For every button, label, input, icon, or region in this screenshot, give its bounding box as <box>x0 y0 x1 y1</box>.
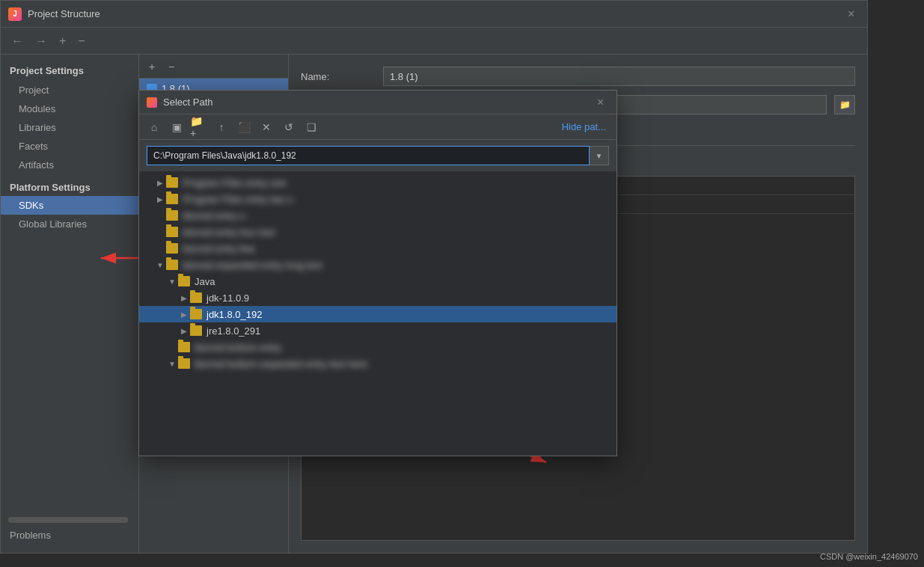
sidebar-item-problems[interactable]: Problems <box>1 524 138 547</box>
tree-item-blurred-5[interactable]: blurred entry five <box>139 240 616 257</box>
tree-item-java[interactable]: ▼ Java <box>139 273 616 289</box>
sidebar-item-project[interactable]: Project <box>1 81 138 99</box>
tree-item-label: blurred bottom entry <box>195 342 281 353</box>
dialog-new-folder-btn[interactable]: 📁+ <box>190 118 208 136</box>
sdk-add-btn[interactable]: + <box>144 58 160 75</box>
tree-item-blurred-4[interactable]: blurred entry four text <box>139 224 616 240</box>
dialog-toolbar: ⌂ ▣ 📁+ ↑ ⬛ ✕ ↺ ❏ Hide pat... <box>139 114 616 140</box>
tree-item-label: Program Files entry one <box>183 177 287 189</box>
tree-folder-icon <box>166 194 178 204</box>
dialog-up-btn[interactable]: ↑ <box>212 118 230 136</box>
tree-chevron <box>154 226 166 238</box>
sidebar-item-global-libraries[interactable]: Global Libraries <box>1 215 138 233</box>
name-input[interactable] <box>383 67 855 86</box>
scrollbar[interactable] <box>8 517 128 523</box>
dialog-close-btn[interactable]: × <box>597 96 609 108</box>
dialog-refresh-btn2[interactable]: ⬛ <box>235 118 253 136</box>
tree-item-label: jdk-11.0.9 <box>206 292 249 304</box>
sidebar: Project Settings Project Modules Librari… <box>1 55 139 553</box>
path-combo-dropdown-btn[interactable]: ▼ <box>590 146 609 165</box>
name-field-row: Name: <box>301 67 855 86</box>
tree-chevron <box>166 341 178 353</box>
tree-chevron: ▶ <box>178 308 190 320</box>
tree-chevron: ▼ <box>154 259 166 271</box>
tree-item-label: blurred expanded entry long text <box>183 260 322 271</box>
dialog-delete-btn[interactable]: ✕ <box>257 118 275 136</box>
tree-folder-icon <box>190 292 202 303</box>
sdk-remove-btn[interactable]: − <box>163 58 180 75</box>
tree-item-blurred-1[interactable]: ▶ Program Files entry one <box>139 174 616 191</box>
tree-item-blurred-3[interactable]: blurred entry u <box>139 207 616 224</box>
file-tree[interactable]: ▶ Program Files entry one ▶ Program File… <box>139 171 616 456</box>
tree-item-blurred-8[interactable]: ▼ blurred bottom expanded entry text her… <box>139 355 616 372</box>
path-combo-input[interactable] <box>147 146 590 165</box>
sidebar-item-facets[interactable]: Facets <box>1 137 138 156</box>
watermark: CSDN @weixin_42469070 <box>820 552 918 561</box>
tree-item-jdk11[interactable]: ▶ jdk-11.0.9 <box>139 289 616 306</box>
tree-folder-icon <box>178 358 190 369</box>
dialog-refresh-btn[interactable]: ↺ <box>280 118 298 136</box>
dialog-app-icon <box>147 97 157 108</box>
tree-chevron: ▶ <box>178 325 190 337</box>
dialog-title-bar: Select Path × <box>139 91 616 114</box>
jdk-home-browse-btn[interactable]: 📁 <box>834 95 855 114</box>
project-settings-label: Project Settings <box>1 61 138 81</box>
tree-item-label: Program Files entry two s <box>183 194 293 205</box>
dialog-title-left: Select Path <box>147 96 213 108</box>
sdk-toolbar: + − <box>139 55 288 79</box>
tree-item-label: blurred bottom expanded entry text here <box>195 358 367 370</box>
title-bar: J Project Structure × <box>1 1 867 28</box>
tree-folder-icon <box>166 210 178 221</box>
tree-folder-icon <box>166 243 178 254</box>
tree-folder-icon <box>166 227 178 237</box>
remove-button[interactable]: − <box>75 33 88 49</box>
tree-chevron: ▼ <box>166 275 178 287</box>
dialog-title: Select Path <box>163 96 213 108</box>
sidebar-item-libraries[interactable]: Libraries <box>1 118 138 137</box>
tree-item-blurred-7[interactable]: blurred bottom entry <box>139 339 616 355</box>
tree-item-label: jdk1.8.0_192 <box>206 309 262 320</box>
tree-folder-icon <box>166 260 178 270</box>
close-button[interactable]: × <box>848 8 860 20</box>
sidebar-item-modules[interactable]: Modules <box>1 99 138 118</box>
tree-item-label: blurred entry four text <box>183 227 275 238</box>
dialog-desktop-btn[interactable]: ▣ <box>168 118 186 136</box>
tree-item-blurred-6[interactable]: ▼ blurred expanded entry long text <box>139 257 616 273</box>
tree-item-label: Java <box>195 276 215 287</box>
window-title: Project Structure <box>28 8 100 19</box>
sidebar-item-sdks[interactable]: SDKs <box>1 196 138 215</box>
add-button[interactable]: + <box>56 33 69 49</box>
sidebar-item-artifacts[interactable]: Artifacts <box>1 156 138 174</box>
tree-item-jdk18[interactable]: ▶ jdk1.8.0_192 <box>139 306 616 322</box>
platform-settings-label: Platform Settings <box>1 174 138 196</box>
tree-chevron: ▼ <box>166 358 178 370</box>
forward-button[interactable]: → <box>32 33 50 49</box>
tree-chevron: ▶ <box>178 292 190 304</box>
title-bar-left: J Project Structure <box>8 7 100 21</box>
tree-folder-icon <box>190 309 202 319</box>
tree-folder-icon <box>178 276 190 286</box>
dialog-home-btn[interactable]: ⌂ <box>145 118 163 136</box>
hide-paths-btn[interactable]: Hide pat... <box>557 120 611 134</box>
dialog-toolbar-left: ⌂ ▣ 📁+ ↑ ⬛ ✕ ↺ ❏ <box>145 118 320 136</box>
tree-folder-icon <box>190 325 202 336</box>
tree-folder-icon <box>178 342 190 352</box>
tree-item-label: blurred entry five <box>183 243 255 254</box>
tree-item-label: jre1.8.0_291 <box>206 325 260 337</box>
tree-item-label: blurred entry u <box>183 210 245 221</box>
tree-item-jre18[interactable]: ▶ jre1.8.0_291 <box>139 322 616 339</box>
tree-item-blurred-2[interactable]: ▶ Program Files entry two s <box>139 191 616 207</box>
name-label: Name: <box>301 71 376 82</box>
app-icon: J <box>8 7 22 21</box>
tree-folder-icon <box>166 177 178 188</box>
tree-chevron: ▶ <box>154 193 166 205</box>
nav-bar: ← → + − <box>1 28 867 55</box>
select-path-dialog: Select Path × ⌂ ▣ 📁+ ↑ ⬛ ✕ ↺ ❏ Hide pat.… <box>138 90 617 456</box>
dialog-copy-btn[interactable]: ❏ <box>302 118 320 136</box>
tree-chevron <box>154 209 166 221</box>
back-button[interactable]: ← <box>8 33 26 49</box>
path-combo-row: ▼ <box>147 146 609 165</box>
tree-chevron <box>154 242 166 254</box>
tree-chevron: ▶ <box>154 177 166 189</box>
